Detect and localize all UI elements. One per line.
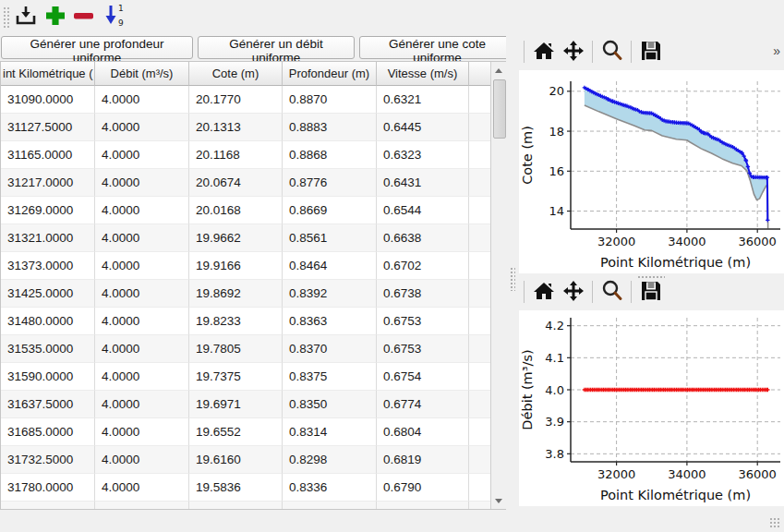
table-row[interactable]: 31827.00004.000019.57700.85830.6577 [1, 502, 491, 510]
home-button[interactable] [530, 279, 558, 305]
save-figure-button[interactable] [637, 279, 665, 305]
scrollbar-thumb[interactable] [493, 79, 506, 139]
table-row[interactable]: 31780.00004.000019.58360.83360.6790 [1, 474, 491, 502]
table-cell[interactable]: 20.1168 [189, 141, 283, 169]
table-cell[interactable]: 20.0168 [189, 197, 283, 224]
table-cell[interactable]: 4.0000 [95, 335, 189, 363]
table-cell[interactable]: 4.0000 [95, 141, 189, 169]
table-cell[interactable]: 4.0000 [95, 308, 189, 335]
table-cell[interactable]: 19.8233 [189, 308, 283, 335]
table-cell[interactable]: 4.0000 [95, 252, 189, 280]
table-cell[interactable]: 4.0000 [95, 169, 189, 197]
table-cell[interactable]: 31685.0000 [1, 418, 95, 446]
table-cell[interactable]: 19.5770 [189, 502, 283, 510]
resize-grip-icon[interactable] [769, 517, 780, 528]
table-cell[interactable]: 31425.0000 [1, 280, 95, 308]
table-row[interactable]: 31685.00004.000019.65520.83140.6804 [1, 418, 491, 446]
table-cell[interactable]: 31535.0000 [1, 335, 95, 363]
table-cell[interactable]: 0.6753 [377, 335, 469, 363]
zoom-button[interactable] [598, 39, 626, 65]
table-row[interactable]: 31480.00004.000019.82330.83630.6753 [1, 308, 491, 335]
table-cell[interactable]: 0.6702 [377, 252, 469, 280]
table-cell[interactable]: 4.0000 [95, 224, 189, 252]
table-cell[interactable]: 19.5836 [189, 474, 283, 502]
pan-button[interactable] [560, 279, 587, 305]
table-cell[interactable]: 0.6431 [377, 169, 469, 197]
table-cell[interactable]: 19.8692 [189, 280, 283, 308]
table-cell[interactable]: 0.6754 [377, 363, 469, 391]
table-cell[interactable]: 0.6577 [377, 502, 469, 510]
scroll-down-arrow-icon[interactable] [491, 493, 506, 508]
table-cell[interactable]: 4.0000 [95, 363, 189, 391]
table-cell[interactable]: 0.8669 [283, 197, 377, 224]
table-cell[interactable]: 31732.5000 [1, 446, 95, 474]
table-cell[interactable]: 19.6971 [189, 391, 283, 418]
table-cell[interactable]: 0.6774 [377, 391, 469, 418]
table-row[interactable]: 31090.00004.000020.17700.88700.6321 [1, 86, 491, 114]
table-cell[interactable]: 31090.0000 [1, 86, 95, 114]
table-cell[interactable]: 0.8870 [283, 86, 377, 114]
table-cell[interactable]: 0.8464 [283, 252, 377, 280]
table-cell[interactable]: 19.7805 [189, 335, 283, 363]
table-cell[interactable]: 0.6753 [377, 308, 469, 335]
table-row[interactable]: 31269.00004.000020.01680.86690.6544 [1, 197, 491, 224]
table-cell[interactable]: 0.8776 [283, 169, 377, 197]
table-scrollbar[interactable] [490, 62, 506, 509]
save-figure-button[interactable] [637, 39, 665, 65]
table-cell[interactable]: 20.1770 [189, 86, 283, 114]
scroll-up-arrow-icon[interactable] [491, 63, 506, 78]
table-cell[interactable]: 0.8363 [283, 308, 377, 335]
header-point-kilometrique[interactable]: int Kilométrique ( [1, 62, 95, 86]
table-cell[interactable]: 4.0000 [95, 418, 189, 446]
table-cell[interactable]: 0.6819 [377, 446, 469, 474]
generate-depth-button[interactable]: Générer une profondeur uniforme [1, 36, 193, 59]
table-cell[interactable]: 0.8298 [283, 446, 377, 474]
table-cell[interactable]: 20.0674 [189, 169, 283, 197]
toolbar-drag-handle[interactable] [3, 6, 10, 29]
table-cell[interactable]: 0.8883 [283, 114, 377, 141]
table-cell[interactable]: 0.8314 [283, 418, 377, 446]
table-cell[interactable]: 31217.0000 [1, 169, 95, 197]
import-button[interactable] [12, 3, 40, 30]
table-row[interactable]: 31425.00004.000019.86920.83920.6738 [1, 280, 491, 308]
table-cell[interactable]: 0.6790 [377, 474, 469, 502]
add-row-button[interactable] [42, 3, 69, 30]
table-cell[interactable]: 4.0000 [95, 280, 189, 308]
header-profondeur[interactable]: Profondeur (m) [283, 62, 377, 86]
generate-flow-button[interactable]: Générer un débit uniforme [198, 36, 355, 59]
table-row[interactable]: 31127.50004.000020.13130.88830.6445 [1, 114, 491, 141]
sort-button[interactable]: 1 9 [100, 3, 127, 30]
table-cell[interactable]: 19.9662 [189, 224, 283, 252]
table-cell[interactable]: 0.8392 [283, 280, 377, 308]
table-cell[interactable]: 31373.0000 [1, 252, 95, 280]
table-cell[interactable]: 0.8868 [283, 141, 377, 169]
table-cell[interactable]: 4.0000 [95, 391, 189, 418]
generate-level-button[interactable]: Générer une cote uniforme [359, 36, 515, 59]
header-cote[interactable]: Cote (m) [189, 62, 283, 86]
table-cell[interactable]: 31165.0000 [1, 141, 95, 169]
table-cell[interactable]: 0.6638 [377, 224, 469, 252]
toolbar-overflow-chevron[interactable]: » [773, 43, 780, 58]
table-cell[interactable]: 31127.5000 [1, 114, 95, 141]
table-cell[interactable]: 31637.5000 [1, 391, 95, 418]
table-cell[interactable]: 0.6544 [377, 197, 469, 224]
table-cell[interactable]: 4.0000 [95, 446, 189, 474]
table-cell[interactable]: 19.9166 [189, 252, 283, 280]
table-cell[interactable]: 0.6445 [377, 114, 469, 141]
table-cell[interactable]: 0.8370 [283, 335, 377, 363]
table-row[interactable]: 31321.00004.000019.96620.85610.6638 [1, 224, 491, 252]
table-cell[interactable]: 31827.0000 [1, 502, 95, 510]
table-row[interactable]: 31590.00004.000019.73750.83750.6754 [1, 363, 491, 391]
zoom-button[interactable] [598, 279, 626, 305]
table-cell[interactable]: 4.0000 [95, 502, 189, 510]
table-cell[interactable]: 4.0000 [95, 197, 189, 224]
table-cell[interactable]: 4.0000 [95, 86, 189, 114]
header-debit[interactable]: Débit (m³/s) [95, 62, 189, 86]
table-cell[interactable]: 31269.0000 [1, 197, 95, 224]
vertical-splitter[interactable] [506, 34, 519, 510]
table-cell[interactable]: 0.8561 [283, 224, 377, 252]
table-cell[interactable]: 19.6552 [189, 418, 283, 446]
table-cell[interactable]: 0.8375 [283, 363, 377, 391]
table-cell[interactable]: 31780.0000 [1, 474, 95, 502]
table-cell[interactable]: 0.8336 [283, 474, 377, 502]
